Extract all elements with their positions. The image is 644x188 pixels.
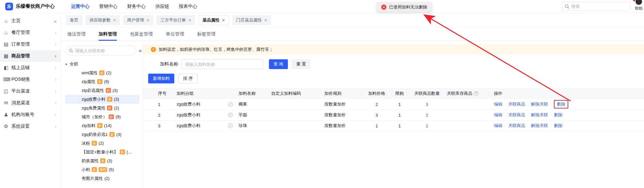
help-link[interactable]: 帮助 (635, 6, 643, 11)
badge-multi: 多 (92, 141, 97, 146)
sidebar-item-org-account[interactable]: ♟ 机构与账号 › (0, 109, 60, 121)
sidebar-item-message[interactable]: ✉ 消息渠道 › (0, 97, 60, 109)
badge-multi: 多 (92, 167, 97, 172)
group-tree-item[interactable]: zgq免费属性 必 (2) (65, 104, 139, 112)
tab-store-dish-attributes[interactable]: 门店菜品属性 × (232, 15, 271, 25)
sidebar-item-pos[interactable]: ⌨ POS销售 › (0, 74, 60, 85)
linked-products-count[interactable]: 2 (426, 113, 428, 118)
subtab-method-mgmt[interactable]: 做法管理 (67, 27, 86, 41)
unrelate-link[interactable]: 解除关联 (531, 112, 548, 118)
chevron-right-icon: › (55, 112, 56, 117)
banner-text: 加料设定，如奶茶中的珍珠、红豆，烤鱼中的豆芽、腐竹等； (159, 47, 273, 52)
group-tree: ▾ 全部 wml属性 多 (2) zlp属性 多 (9) zlp必选属性 (65, 60, 139, 183)
sidebar-item-products[interactable]: ▦ 商品管理 › (0, 50, 60, 62)
group-search-input[interactable] (75, 48, 133, 53)
chevron-right-icon: › (55, 53, 56, 59)
nav-marketing-center[interactable]: 营销中心 (99, 2, 118, 11)
unrelate-link[interactable]: 解除关联 (531, 101, 548, 107)
help-tooltip-icon[interactable]: ? (474, 91, 479, 96)
collapse-sidebar-icon[interactable]: « (54, 18, 56, 24)
nav-report-center[interactable]: 报表中心 (178, 2, 198, 11)
avatar[interactable] (636, 0, 642, 5)
sidebar-item-online-store[interactable]: ◧ 线上店铺 › (0, 62, 60, 74)
nav-operation-center[interactable]: 运营中心 (71, 2, 90, 11)
group-tree-item-selected[interactable]: zgq收费小料 多 (3) (65, 95, 139, 104)
online-store-icon: ◧ (3, 65, 9, 71)
brand-name: 乐檬餐饮商户中心 (16, 3, 55, 9)
topbar-right (562, 2, 630, 11)
relate-product-link[interactable]: 关联商品 (508, 101, 525, 107)
edit-link[interactable]: 编辑 (494, 101, 502, 107)
topbar: 乐 乐檬餐饮商户中心 运营中心 营销中心 财务中心 供应链 报表中心 帮助 (0, 0, 644, 13)
topping-table: 序号 加料分组 加料名称 自定义加料编码 加价规则 加料价格 限购 关联商品数量… (143, 88, 644, 131)
list-view-icon[interactable]: ≡ (139, 48, 142, 53)
tree-root-all[interactable]: ▾ 全部 (65, 60, 139, 68)
close-icon[interactable]: × (147, 18, 149, 22)
org-icon: ♟ (3, 112, 9, 118)
subtab-box-mgmt[interactable]: 包装盒管理 (130, 27, 153, 41)
subtab-topping-mgmt[interactable]: 加料管理 (99, 27, 117, 41)
group-tree-item[interactable]: 有图片属性 (2) (65, 174, 139, 183)
group-panel: ≡ ▾ 全部 wml属性 多 (2) zlp属性 多 (9 (61, 41, 143, 188)
delete-link-highlighted[interactable]: 删除 (554, 100, 568, 108)
group-search-box[interactable] (65, 46, 136, 55)
add-topping-button[interactable]: 新增加料 (148, 74, 174, 83)
open-tabs-bar: 首页 供应链参数 × 用户管理 × 三方平台订单 × 菜品属性 × 门店菜品属性… (61, 13, 644, 27)
linked-products-count[interactable]: 2 (426, 123, 428, 128)
group-tree-item[interactable]: 城市（加价） 必 (9) (65, 112, 139, 121)
global-search-input[interactable] (571, 4, 627, 9)
close-icon[interactable]: × (188, 18, 191, 22)
table-row: 1 zgq收费小料 椰果 按数量加价 2 1 3 编辑 (143, 99, 644, 110)
tab-supply-params[interactable]: 供应链参数 × (86, 15, 120, 25)
delete-link[interactable]: 删除 (554, 123, 562, 129)
delete-link[interactable]: 删除 (554, 112, 562, 118)
nav-supply-chain[interactable]: 供应链 (155, 2, 170, 11)
relate-product-link[interactable]: 关联商品 (508, 112, 525, 118)
search-button[interactable]: 查 询 (269, 59, 288, 69)
sidebar-item-settings[interactable]: ⚙ 系统设置 › (0, 121, 60, 132)
sidebar-item-orders[interactable]: ▤ 订单管理 › (0, 38, 60, 50)
edit-link[interactable]: 编辑 (494, 123, 502, 129)
global-search-box[interactable] (562, 2, 630, 11)
nav-finance-center[interactable]: 财务中心 (127, 2, 146, 11)
unrelate-link[interactable]: 解除关联 (531, 123, 548, 129)
group-tree-item[interactable]: zlp属性 多 (9) (65, 77, 139, 86)
sort-button[interactable]: 排 序 (178, 74, 198, 83)
group-tree-item[interactable]: wml属性 多 (2) (65, 68, 139, 77)
tab-home[interactable]: 首页 (66, 15, 82, 25)
group-tree-item[interactable]: 冰粉 多 (2) (65, 139, 139, 148)
close-icon[interactable]: × (222, 18, 225, 22)
badge-multi: 多 (120, 150, 125, 154)
badge-multi: 多 (97, 79, 102, 84)
relate-product-link[interactable]: 关联商品 (508, 123, 525, 129)
tab-third-party-orders[interactable]: 三方平台订单 × (156, 15, 195, 25)
orders-icon: ▤ (3, 41, 9, 47)
subtab-label-mgmt[interactable]: 标签管理 (197, 27, 215, 41)
topping-name-input[interactable] (181, 59, 263, 69)
close-icon[interactable]: × (113, 18, 116, 22)
info-banner: ! 加料设定，如奶茶中的珍珠、红豆，烤鱼中的豆芽、腐竹等； (143, 44, 644, 55)
edit-link[interactable]: 编辑 (494, 112, 502, 118)
group-tree-item[interactable]: zlp加料 多 (14) (65, 121, 139, 130)
tab-dish-attributes[interactable]: 菜品属性 × (198, 15, 229, 25)
caret-down-icon[interactable]: ▾ (65, 62, 67, 66)
linked-products-count[interactable]: 3 (426, 102, 428, 107)
table-row: 3 zgq收费小料 珍珠 按数量加价 1 1 2 编辑 (143, 121, 644, 131)
badge-multi: 多 (109, 132, 115, 137)
sidebar-item-home[interactable]: ⌂ 主页 « (0, 15, 60, 27)
chevron-right-icon: › (55, 30, 56, 35)
reset-button[interactable]: 重 置 (292, 59, 311, 69)
sidebar-item-platform[interactable]: ◫ 平台渠道 › (0, 85, 60, 97)
group-tree-item[interactable]: 【固定+数量小料】 多 (... (65, 148, 139, 156)
close-icon[interactable]: × (264, 18, 267, 22)
subtab-unit-mgmt[interactable]: 单位管理 (166, 27, 184, 41)
group-tag-icon (228, 102, 233, 107)
search-icon (565, 4, 569, 9)
group-tree-item[interactable]: zlp必选属性 必 (3) (65, 86, 139, 95)
group-tree-item[interactable]: zgq奶茶必选1 多 (3) (65, 130, 139, 139)
group-tree-item[interactable]: 小料 多 通用 (5) (65, 165, 139, 174)
pos-icon: ⌨ (3, 77, 9, 82)
group-tree-item[interactable]: 奶茶属性 多 (3) (65, 156, 139, 165)
sidebar-item-restaurant[interactable]: ♨ 餐厅管理 › (0, 27, 60, 38)
tab-user-mgmt[interactable]: 用户管理 × (123, 15, 153, 25)
